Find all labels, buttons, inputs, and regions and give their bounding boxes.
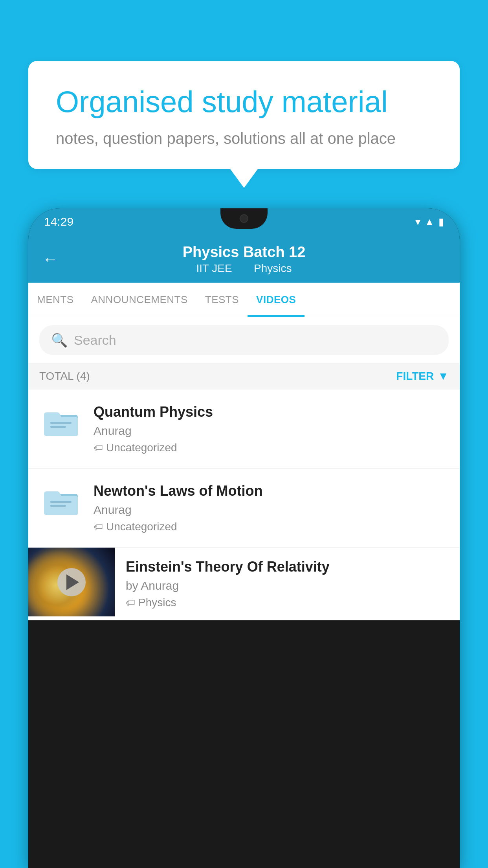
- wifi-icon: ▾: [415, 216, 420, 228]
- video-title: Quantum Physics: [94, 404, 449, 420]
- tag-icon: 🏷: [94, 521, 103, 532]
- filter-label: FILTER: [396, 370, 434, 383]
- video-tag: 🏷 Uncategorized: [94, 520, 449, 533]
- header-subtitle: IIT JEE Physics: [183, 262, 306, 275]
- video-list: Quantum Physics Anurag 🏷 Uncategorized: [28, 390, 460, 620]
- subtitle-iit: IIT JEE: [196, 262, 232, 274]
- speech-bubble-container: Organised study material notes, question…: [28, 61, 460, 169]
- svg-rect-6: [50, 501, 72, 503]
- list-item[interactable]: Newton's Laws of Motion Anurag 🏷 Uncateg…: [28, 469, 460, 548]
- status-time: 14:29: [44, 215, 73, 228]
- camera: [240, 214, 248, 223]
- search-placeholder: Search: [74, 333, 116, 348]
- video-thumbnail-einstein: [28, 548, 115, 616]
- tab-bar: MENTS ANNOUNCEMENTS TESTS VIDEOS: [28, 283, 460, 317]
- speech-bubble: Organised study material notes, question…: [28, 61, 460, 169]
- battery-icon: ▮: [438, 216, 444, 228]
- speech-bubble-subtext: notes, question papers, solutions all at…: [56, 130, 432, 147]
- signal-icon: ▲: [424, 216, 435, 228]
- video-tag: 🏷 Physics: [126, 596, 449, 609]
- header-title: Physics Batch 12: [183, 244, 306, 261]
- video-info-einstein: Einstein's Theory Of Relativity by Anura…: [126, 548, 449, 620]
- video-title: Newton's Laws of Motion: [94, 483, 449, 499]
- video-info-newton: Newton's Laws of Motion Anurag 🏷 Uncateg…: [94, 483, 449, 533]
- search-bar[interactable]: 🔍 Search: [39, 325, 449, 355]
- status-bar: 14:29 ▾ ▲ ▮: [28, 208, 460, 235]
- filter-funnel-icon: ▼: [438, 370, 449, 383]
- play-triangle-icon: [66, 574, 79, 590]
- speech-bubble-heading: Organised study material: [56, 85, 432, 119]
- subtitle-sep: [242, 262, 248, 274]
- search-icon: 🔍: [51, 332, 68, 348]
- video-title: Einstein's Theory Of Relativity: [126, 559, 449, 575]
- tab-ments[interactable]: MENTS: [28, 283, 83, 317]
- total-count: TOTAL (4): [39, 370, 90, 383]
- svg-rect-2: [50, 422, 72, 424]
- status-icons: ▾ ▲ ▮: [415, 216, 444, 228]
- play-button[interactable]: [57, 568, 86, 596]
- header-title-section: Physics Batch 12 IIT JEE Physics: [183, 244, 306, 275]
- list-item[interactable]: Quantum Physics Anurag 🏷 Uncategorized: [28, 390, 460, 469]
- tag-icon: 🏷: [126, 597, 135, 608]
- phone-frame: 14:29 ▾ ▲ ▮ ← Physics Batch 12 IIT JEE P…: [28, 208, 460, 868]
- folder-icon-newton: [39, 483, 83, 518]
- video-tag: 🏷 Uncategorized: [94, 441, 449, 454]
- tab-tests[interactable]: TESTS: [196, 283, 248, 317]
- back-button[interactable]: ←: [42, 250, 58, 268]
- notch: [220, 208, 268, 229]
- search-container: 🔍 Search: [28, 317, 460, 363]
- filter-bar: TOTAL (4) FILTER ▼: [28, 363, 460, 390]
- folder-icon-quantum: [39, 404, 83, 439]
- video-author: Anurag: [94, 424, 449, 438]
- filter-button[interactable]: FILTER ▼: [396, 370, 449, 383]
- svg-rect-3: [50, 426, 66, 428]
- tab-videos[interactable]: VIDEOS: [248, 283, 305, 317]
- app-header: ← Physics Batch 12 IIT JEE Physics: [28, 235, 460, 283]
- svg-rect-7: [50, 505, 66, 507]
- video-author: Anurag: [94, 503, 449, 517]
- tab-announcements[interactable]: ANNOUNCEMENTS: [83, 283, 196, 317]
- video-author: by Anurag: [126, 579, 449, 592]
- video-info-quantum: Quantum Physics Anurag 🏷 Uncategorized: [94, 404, 449, 454]
- tag-icon: 🏷: [94, 442, 103, 453]
- list-item[interactable]: Einstein's Theory Of Relativity by Anura…: [28, 548, 460, 620]
- subtitle-physics: Physics: [254, 262, 292, 274]
